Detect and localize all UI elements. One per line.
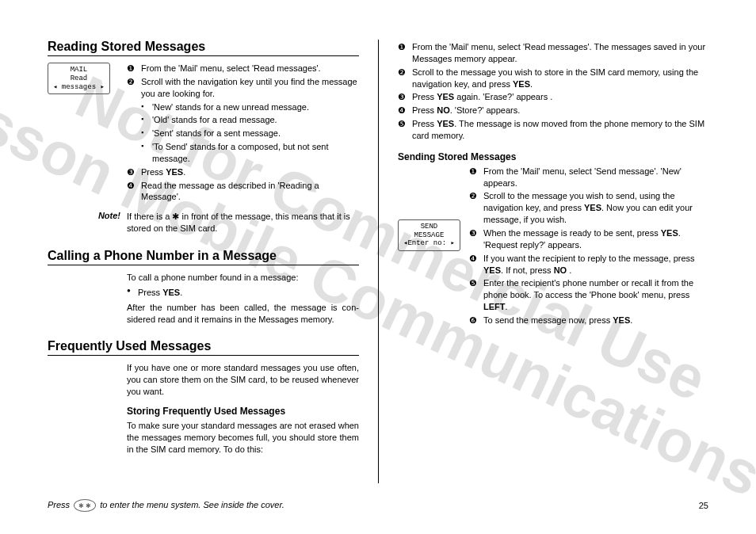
step-text: . The message is now moved from the phon… <box>412 119 704 140</box>
step-text: again. 'Erase?' appears . <box>454 92 552 101</box>
paragraph: After the number has been called, the me… <box>127 302 359 326</box>
step-item: From the 'Mail' menu, select 'Send messa… <box>469 166 708 189</box>
key-label: YES <box>483 265 501 275</box>
step-text: Press <box>412 119 437 128</box>
key-label: NO <box>554 265 567 275</box>
step-item: From the 'Mail' menu, select 'Read messa… <box>127 63 359 74</box>
step-item: Read the message as described in 'Readin… <box>127 180 359 204</box>
page-footer: Press ✱ ✱ to enter the menu system. See … <box>48 499 708 512</box>
footer-text: to enter the menu system. See inside the… <box>97 500 284 509</box>
paragraph: To make sure your standard messages are … <box>127 420 359 456</box>
step-text: Press <box>412 105 437 115</box>
step-item: Press YES. The message is now moved from… <box>398 118 708 142</box>
step-text: Enter the recipient's phone number or re… <box>483 278 693 299</box>
step-item: Enter the recipient's phone number or re… <box>469 277 708 313</box>
key-label: LEFT <box>483 302 506 311</box>
step-text: Scroll to the message you wish to store … <box>412 67 698 89</box>
sub-item: 'New' stands for a new unread message. <box>141 101 359 113</box>
step-text: . <box>180 288 182 297</box>
step-item: When the message is ready to be sent, pr… <box>469 227 708 251</box>
step-item: Scroll with the navigation key until you… <box>127 76 359 165</box>
bullet-item: Press YES. <box>127 287 359 299</box>
step-text: If you want the recipient to reply to th… <box>483 254 695 263</box>
key-label: YES <box>584 203 601 212</box>
step-text: . <box>183 167 185 177</box>
key-label: YES <box>661 228 678 238</box>
step-text: Press <box>141 167 166 177</box>
step-text: When the message is ready to be sent, pr… <box>483 228 661 238</box>
step-text: . <box>506 302 508 311</box>
step-text: . <box>530 79 533 89</box>
step-item: From the 'Mail' menu, select 'Read messa… <box>398 41 708 65</box>
right-column: From the 'Mail' menu, select 'Read messa… <box>378 40 708 483</box>
sub-item: 'To Send' stands for a composed, but not… <box>141 141 359 165</box>
key-label: YES <box>162 288 180 297</box>
screen-box-send-message: SEND MESSAGE ◂Enter no: ▸ <box>398 219 460 251</box>
key-label: NO <box>437 105 450 115</box>
key-label: YES <box>166 167 183 177</box>
step-text: Scroll with the navigation key until you… <box>141 77 357 98</box>
heading-frequently-used: Frequently Used Messages <box>48 339 359 356</box>
key-label: YES <box>513 79 530 89</box>
heading-calling-number: Calling a Phone Number in a Message <box>48 249 359 265</box>
key-label: YES <box>437 119 454 128</box>
step-text: . <box>630 315 632 325</box>
screen-box-mail-read: MAIL Read ◂ messages ▸ <box>48 63 110 94</box>
step-text: . 'Store?' appears. <box>450 105 521 115</box>
step-item: Scroll to the message you wish to send, … <box>469 190 708 226</box>
step-item: To send the message now, press YES. <box>469 315 708 326</box>
step-item: Press YES again. 'Erase?' appears . <box>398 91 708 103</box>
step-text: Press <box>138 288 162 297</box>
heading-reading-stored: Reading Stored Messages <box>48 40 359 56</box>
step-text: . If not, press <box>501 265 554 275</box>
note-text: If there is a ✱ in front of the message,… <box>127 211 359 235</box>
sub-item: 'Old' stands for a read message. <box>141 114 359 126</box>
step-text: To send the message now, press <box>483 315 613 325</box>
menu-key-icon: ✱ ✱ <box>74 499 96 512</box>
page-number: 25 <box>699 501 708 510</box>
subheading-sending: Sending Stored Messages <box>398 151 708 162</box>
footer-text: Press <box>48 500 72 509</box>
note-label: Note! <box>48 211 127 235</box>
key-label: YES <box>613 315 630 325</box>
subheading-storing: Storing Frequently Used Messages <box>127 406 359 417</box>
step-item: If you want the recipient to reply to th… <box>469 253 708 277</box>
step-item: Scroll to the message you wish to store … <box>398 67 708 90</box>
step-item: Press NO. 'Store?' appears. <box>398 105 708 116</box>
key-label: YES <box>437 92 454 101</box>
footer-instruction: Press ✱ ✱ to enter the menu system. See … <box>48 499 284 512</box>
paragraph: To call a phone number found in a messag… <box>127 272 359 284</box>
step-text: . <box>567 265 571 275</box>
paragraph: If you have one or more standard message… <box>127 362 359 398</box>
left-column: Reading Stored Messages MAIL Read ◂ mess… <box>48 40 378 483</box>
step-text: Press <box>412 92 437 101</box>
step-item: Press YES. <box>127 166 359 178</box>
sub-item: 'Sent' stands for a sent message. <box>141 128 359 139</box>
